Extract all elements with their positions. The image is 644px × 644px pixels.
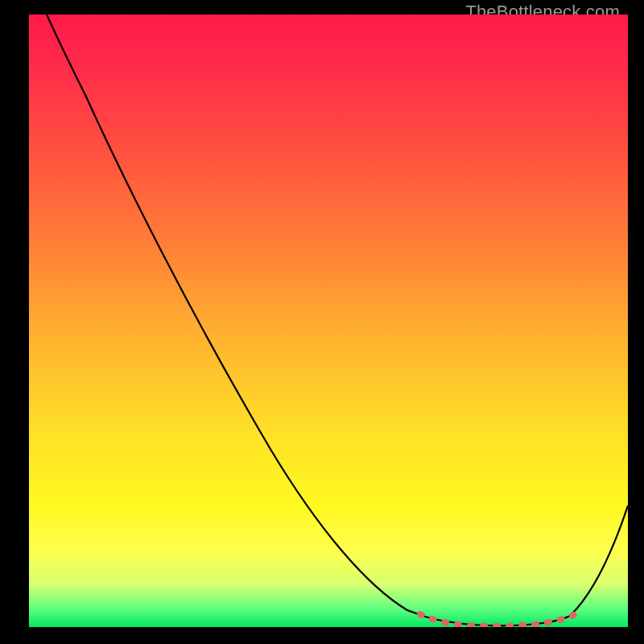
curve-layer: [29, 14, 628, 627]
chart-container: TheBottleneck.com: [0, 0, 644, 644]
optimal-range-marker: [420, 613, 576, 626]
bottleneck-curve-left: [47, 14, 425, 617]
plot-area: [29, 14, 628, 627]
bottleneck-curve-right: [570, 506, 628, 616]
